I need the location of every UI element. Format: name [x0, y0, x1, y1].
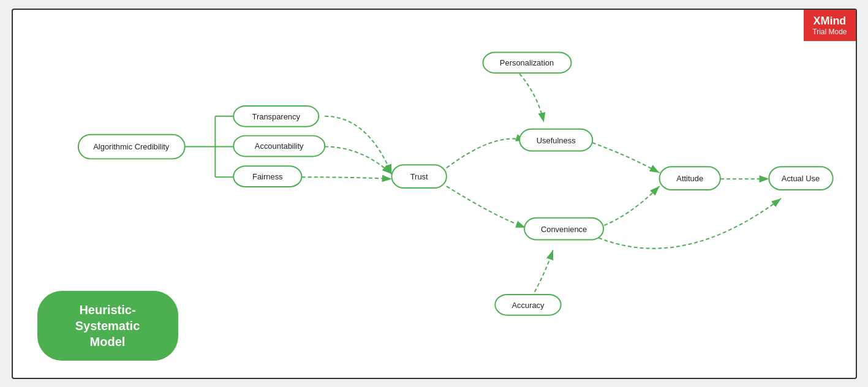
fairness-label: Fairness [252, 172, 283, 181]
personalization-to-usefulness [519, 73, 544, 122]
xmind-badge: XMind Trial Mode [804, 10, 855, 42]
fairness-to-trust [301, 177, 391, 179]
heuristic-line1: Heuristic-Systematic [75, 303, 140, 333]
transparency-label: Transparency [252, 111, 300, 121]
usefulness-label: Usefulness [536, 135, 575, 145]
accountability-label: Accountability [254, 141, 303, 151]
xmind-subtitle: Trial Mode [812, 28, 847, 36]
convenience-to-actual-use [598, 198, 781, 248]
heuristic-box: Heuristic-Systematic Model [37, 291, 178, 361]
main-frame: XMind Trial Mode [12, 9, 857, 379]
trust-label: Trust [410, 172, 428, 181]
trust-to-usefulness [446, 138, 525, 168]
usefulness-to-attitude [586, 140, 659, 173]
actual-use-label: Actual Use [781, 174, 819, 183]
accountability-to-trust [325, 146, 391, 174]
convenience-to-attitude [598, 186, 659, 228]
attitude-label: Attitude [676, 174, 703, 183]
trust-to-convenience [446, 186, 525, 228]
heuristic-line2: Model [90, 335, 126, 348]
personalization-label: Personalization [499, 58, 553, 67]
convenience-label: Convenience [540, 224, 586, 233]
transparency-to-trust [325, 116, 391, 173]
xmind-title: XMind [812, 15, 847, 28]
accuracy-label: Accuracy [511, 300, 545, 309]
alg-cred-label: Algorithmic Credibility [93, 142, 170, 151]
